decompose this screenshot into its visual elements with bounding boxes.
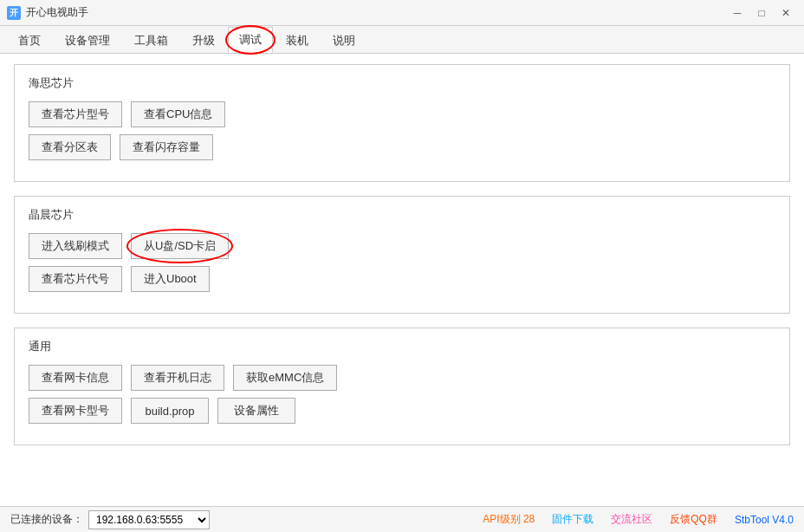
device-select[interactable]: 192.168.0.63:5555	[88, 510, 210, 529]
status-links: API级别 28 固件下载 交流社区 反馈QQ群 StbTool V4.0	[483, 512, 794, 527]
general-section: 通用 查看网卡信息 查看开机日志 获取eMMC信息 查看网卡型号 build.p…	[14, 328, 790, 445]
btn-emmc-info[interactable]: 获取eMMC信息	[233, 365, 337, 391]
device-label: 已连接的设备：	[10, 512, 83, 527]
menu-bar: 首页 设备管理 工具箱 升级 调试 装机 说明	[0, 26, 804, 54]
btn-uboot[interactable]: 进入Uboot	[131, 266, 210, 292]
btn-build-prop[interactable]: build.prop	[131, 398, 209, 424]
btn-cpu-info[interactable]: 查看CPU信息	[131, 101, 225, 127]
crystal-title: 晶晨芯片	[29, 207, 775, 223]
tab-device[interactable]: 设备管理	[54, 28, 121, 53]
stbtool-link[interactable]: StbTool V4.0	[735, 514, 794, 526]
btn-usb-boot[interactable]: 从U盘/SD卡启	[131, 233, 229, 259]
general-title: 通用	[29, 339, 775, 354]
main-content: 海思芯片 查看芯片型号 查看CPU信息 查看分区表 查看闪存容量 晶晨芯片 进入…	[0, 54, 804, 506]
maximize-button[interactable]: □	[750, 4, 773, 22]
btn-flash-size[interactable]: 查看闪存容量	[120, 134, 213, 160]
firmware-link[interactable]: 固件下载	[552, 512, 593, 527]
hisilicon-row-2: 查看分区表 查看闪存容量	[29, 134, 775, 160]
btn-flash-mode[interactable]: 进入线刷模式	[29, 233, 122, 259]
btn-chip-type[interactable]: 查看芯片型号	[29, 101, 122, 127]
tab-upgrade[interactable]: 升级	[181, 28, 226, 53]
hisilicon-row-1: 查看芯片型号 查看CPU信息	[29, 101, 775, 127]
general-row-1: 查看网卡信息 查看开机日志 获取eMMC信息	[29, 365, 775, 391]
btn-chip-code[interactable]: 查看芯片代号	[29, 266, 122, 292]
window-controls: ─ □ ✕	[726, 4, 797, 22]
hisilicon-section: 海思芯片 查看芯片型号 查看CPU信息 查看分区表 查看闪存容量	[14, 64, 790, 182]
api-level: API级别 28	[483, 512, 535, 527]
crystal-row-1: 进入线刷模式 从U盘/SD卡启	[29, 233, 775, 259]
tab-tools[interactable]: 工具箱	[123, 28, 179, 53]
tab-flash[interactable]: 装机	[275, 28, 320, 53]
tab-help[interactable]: 说明	[321, 28, 366, 53]
btn-device-prop[interactable]: 设备属性	[217, 398, 295, 424]
tab-debug[interactable]: 调试	[228, 27, 273, 53]
btn-network-model[interactable]: 查看网卡型号	[29, 398, 122, 424]
app-icon: 开	[7, 6, 21, 20]
app-title: 开心电视助手	[26, 5, 726, 20]
status-bar: 已连接的设备： 192.168.0.63:5555 API级别 28 固件下载 …	[0, 506, 804, 532]
crystal-row-2: 查看芯片代号 进入Uboot	[29, 266, 775, 292]
btn-network-info[interactable]: 查看网卡信息	[29, 365, 122, 391]
community-link[interactable]: 交流社区	[611, 512, 652, 527]
close-button[interactable]: ✕	[775, 4, 797, 22]
crystal-section: 晶晨芯片 进入线刷模式 从U盘/SD卡启 查看芯片代号 进入Uboot	[14, 196, 790, 314]
btn-partition[interactable]: 查看分区表	[29, 134, 111, 160]
general-row-2: 查看网卡型号 build.prop 设备属性	[29, 398, 775, 424]
title-bar: 开 开心电视助手 ─ □ ✕	[0, 0, 804, 26]
minimize-button[interactable]: ─	[726, 4, 749, 22]
hisilicon-title: 海思芯片	[29, 75, 775, 91]
tab-home[interactable]: 首页	[7, 28, 52, 53]
btn-boot-log[interactable]: 查看开机日志	[131, 365, 224, 391]
qq-link[interactable]: 反馈QQ群	[670, 512, 717, 527]
